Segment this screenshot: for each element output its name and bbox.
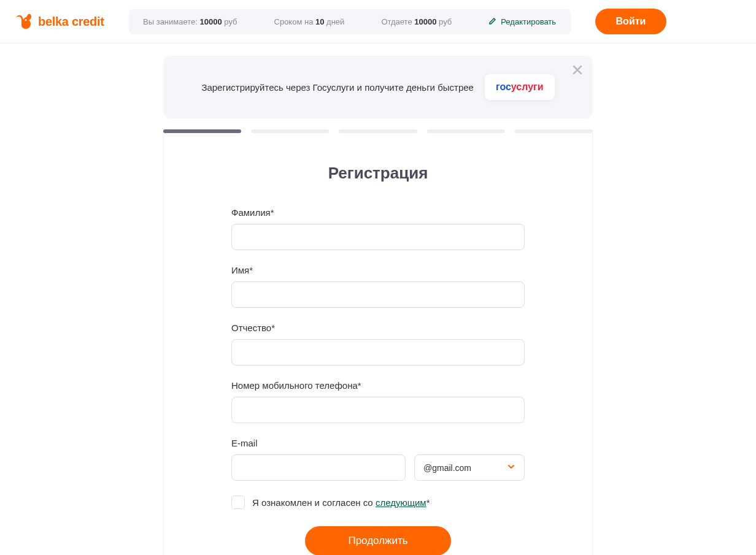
close-icon[interactable] bbox=[572, 64, 583, 78]
borrow-info: Вы занимаете: 10000 руб bbox=[143, 17, 237, 26]
banner-text: Зарегистрируйтесь через Госуслуги и полу… bbox=[201, 82, 474, 93]
firstname-input[interactable] bbox=[231, 281, 525, 308]
phone-label: Номер мобильного телефона* bbox=[231, 380, 525, 391]
edit-link[interactable]: Редактировать bbox=[488, 17, 556, 27]
progress-steps bbox=[163, 129, 593, 133]
loan-info-bar: Вы занимаете: 10000 руб Сроком на 10 дне… bbox=[129, 9, 571, 34]
page-title: Регистрация bbox=[231, 164, 525, 183]
patronymic-label: Отчество* bbox=[231, 323, 525, 333]
email-label: E-mail bbox=[231, 438, 525, 448]
step-3 bbox=[339, 129, 417, 133]
logo-text: belka credit bbox=[38, 15, 104, 29]
email-domain-select[interactable]: @gmail.com bbox=[414, 454, 525, 481]
logo[interactable]: belka credit bbox=[15, 12, 104, 31]
firstname-label: Имя* bbox=[231, 265, 525, 275]
email-input[interactable] bbox=[231, 454, 406, 481]
registration-card: Регистрация Фамилия* Имя* Отчество* Номе… bbox=[163, 133, 593, 555]
lastname-input[interactable] bbox=[231, 224, 525, 250]
consent-label: Я ознакомлен и согласен со следующим* bbox=[252, 497, 430, 508]
pencil-icon bbox=[488, 17, 497, 27]
gosuslugi-banner: Зарегистрируйтесь через Госуслуги и полу… bbox=[163, 56, 593, 118]
phone-input[interactable] bbox=[231, 397, 525, 423]
lastname-label: Фамилия* bbox=[231, 207, 525, 218]
header: belka credit Вы занимаете: 10000 руб Сро… bbox=[0, 0, 756, 44]
login-button[interactable]: Войти bbox=[595, 9, 667, 34]
step-1 bbox=[163, 129, 241, 133]
patronymic-input[interactable] bbox=[231, 339, 525, 366]
step-5 bbox=[515, 129, 593, 133]
term-info: Сроком на 10 дней bbox=[274, 17, 345, 26]
continue-button[interactable]: Продолжить bbox=[305, 526, 450, 555]
step-4 bbox=[427, 129, 505, 133]
consent-link[interactable]: следующим bbox=[376, 497, 426, 508]
step-2 bbox=[251, 129, 329, 133]
chevron-down-icon bbox=[507, 462, 515, 473]
repay-info: Отдаете 10000 руб bbox=[381, 17, 452, 26]
gosuslugi-button[interactable]: госуслуги bbox=[485, 74, 555, 100]
squirrel-icon bbox=[15, 12, 33, 31]
consent-checkbox[interactable] bbox=[231, 496, 245, 509]
